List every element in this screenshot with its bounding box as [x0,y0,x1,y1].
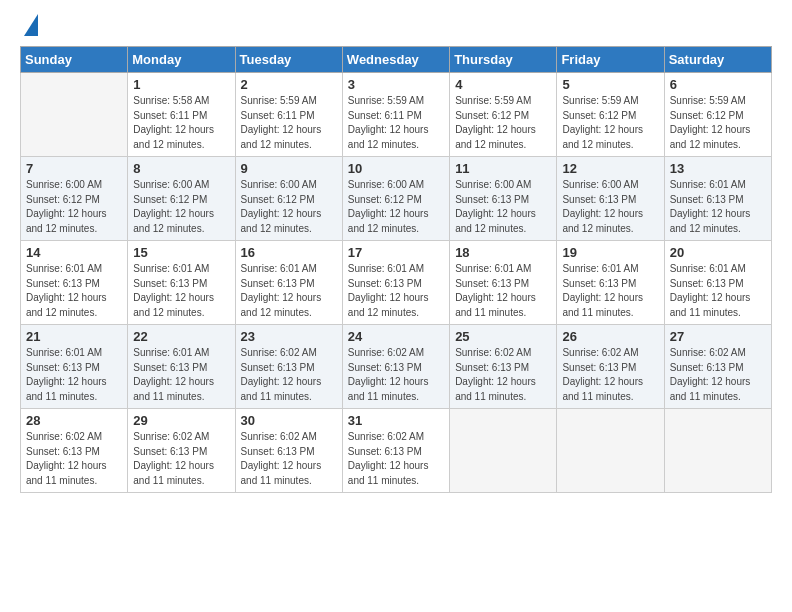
day-number: 12 [562,161,658,176]
calendar-day-header: Sunday [21,47,128,73]
calendar-day-cell [450,409,557,493]
day-number: 5 [562,77,658,92]
calendar-week-row: 1Sunrise: 5:58 AMSunset: 6:11 PMDaylight… [21,73,772,157]
calendar-week-row: 14Sunrise: 6:01 AMSunset: 6:13 PMDayligh… [21,241,772,325]
day-number: 14 [26,245,122,260]
day-number: 19 [562,245,658,260]
day-info: Sunrise: 6:02 AMSunset: 6:13 PMDaylight:… [133,430,229,488]
day-info: Sunrise: 6:01 AMSunset: 6:13 PMDaylight:… [26,346,122,404]
header [20,16,772,36]
calendar-day-cell: 9Sunrise: 6:00 AMSunset: 6:12 PMDaylight… [235,157,342,241]
day-number: 22 [133,329,229,344]
calendar-day-cell: 27Sunrise: 6:02 AMSunset: 6:13 PMDayligh… [664,325,771,409]
calendar-day-cell: 8Sunrise: 6:00 AMSunset: 6:12 PMDaylight… [128,157,235,241]
calendar-day-header: Monday [128,47,235,73]
calendar-day-cell: 23Sunrise: 6:02 AMSunset: 6:13 PMDayligh… [235,325,342,409]
calendar-day-cell [557,409,664,493]
day-number: 21 [26,329,122,344]
calendar-day-cell: 17Sunrise: 6:01 AMSunset: 6:13 PMDayligh… [342,241,449,325]
calendar-day-header: Friday [557,47,664,73]
calendar-day-header: Thursday [450,47,557,73]
day-number: 25 [455,329,551,344]
day-info: Sunrise: 6:02 AMSunset: 6:13 PMDaylight:… [562,346,658,404]
day-number: 4 [455,77,551,92]
calendar-day-cell: 24Sunrise: 6:02 AMSunset: 6:13 PMDayligh… [342,325,449,409]
calendar-day-cell: 3Sunrise: 5:59 AMSunset: 6:11 PMDaylight… [342,73,449,157]
day-info: Sunrise: 6:02 AMSunset: 6:13 PMDaylight:… [348,430,444,488]
calendar-day-cell: 16Sunrise: 6:01 AMSunset: 6:13 PMDayligh… [235,241,342,325]
calendar-day-cell: 26Sunrise: 6:02 AMSunset: 6:13 PMDayligh… [557,325,664,409]
day-number: 23 [241,329,337,344]
day-info: Sunrise: 6:01 AMSunset: 6:13 PMDaylight:… [348,262,444,320]
day-info: Sunrise: 6:01 AMSunset: 6:13 PMDaylight:… [670,178,766,236]
day-info: Sunrise: 5:59 AMSunset: 6:12 PMDaylight:… [670,94,766,152]
day-info: Sunrise: 6:02 AMSunset: 6:13 PMDaylight:… [455,346,551,404]
page: SundayMondayTuesdayWednesdayThursdayFrid… [0,0,792,612]
calendar-header-row: SundayMondayTuesdayWednesdayThursdayFrid… [21,47,772,73]
day-info: Sunrise: 6:00 AMSunset: 6:12 PMDaylight:… [348,178,444,236]
calendar-day-cell: 25Sunrise: 6:02 AMSunset: 6:13 PMDayligh… [450,325,557,409]
day-number: 3 [348,77,444,92]
day-info: Sunrise: 6:00 AMSunset: 6:12 PMDaylight:… [133,178,229,236]
day-info: Sunrise: 6:00 AMSunset: 6:12 PMDaylight:… [26,178,122,236]
day-number: 15 [133,245,229,260]
day-number: 17 [348,245,444,260]
calendar-day-cell: 4Sunrise: 5:59 AMSunset: 6:12 PMDaylight… [450,73,557,157]
calendar-day-cell: 21Sunrise: 6:01 AMSunset: 6:13 PMDayligh… [21,325,128,409]
day-number: 2 [241,77,337,92]
day-info: Sunrise: 6:01 AMSunset: 6:13 PMDaylight:… [562,262,658,320]
day-info: Sunrise: 6:01 AMSunset: 6:13 PMDaylight:… [26,262,122,320]
day-number: 26 [562,329,658,344]
day-number: 9 [241,161,337,176]
day-number: 31 [348,413,444,428]
calendar-day-cell: 7Sunrise: 6:00 AMSunset: 6:12 PMDaylight… [21,157,128,241]
calendar-day-cell [664,409,771,493]
calendar-day-header: Saturday [664,47,771,73]
day-info: Sunrise: 5:59 AMSunset: 6:11 PMDaylight:… [241,94,337,152]
day-info: Sunrise: 6:01 AMSunset: 6:13 PMDaylight:… [241,262,337,320]
day-number: 16 [241,245,337,260]
day-info: Sunrise: 6:01 AMSunset: 6:13 PMDaylight:… [133,346,229,404]
day-info: Sunrise: 5:59 AMSunset: 6:11 PMDaylight:… [348,94,444,152]
logo [20,16,38,36]
day-number: 30 [241,413,337,428]
day-info: Sunrise: 6:02 AMSunset: 6:13 PMDaylight:… [26,430,122,488]
day-info: Sunrise: 6:01 AMSunset: 6:13 PMDaylight:… [670,262,766,320]
calendar-day-cell [21,73,128,157]
calendar-day-cell: 6Sunrise: 5:59 AMSunset: 6:12 PMDaylight… [664,73,771,157]
day-number: 1 [133,77,229,92]
calendar-day-cell: 31Sunrise: 6:02 AMSunset: 6:13 PMDayligh… [342,409,449,493]
day-number: 28 [26,413,122,428]
day-info: Sunrise: 6:00 AMSunset: 6:12 PMDaylight:… [241,178,337,236]
calendar-week-row: 21Sunrise: 6:01 AMSunset: 6:13 PMDayligh… [21,325,772,409]
calendar-day-cell: 20Sunrise: 6:01 AMSunset: 6:13 PMDayligh… [664,241,771,325]
day-info: Sunrise: 6:02 AMSunset: 6:13 PMDaylight:… [241,346,337,404]
day-number: 11 [455,161,551,176]
calendar-day-cell: 1Sunrise: 5:58 AMSunset: 6:11 PMDaylight… [128,73,235,157]
calendar-day-header: Tuesday [235,47,342,73]
calendar-table: SundayMondayTuesdayWednesdayThursdayFrid… [20,46,772,493]
day-number: 6 [670,77,766,92]
calendar-day-cell: 2Sunrise: 5:59 AMSunset: 6:11 PMDaylight… [235,73,342,157]
day-info: Sunrise: 5:58 AMSunset: 6:11 PMDaylight:… [133,94,229,152]
day-info: Sunrise: 6:00 AMSunset: 6:13 PMDaylight:… [562,178,658,236]
calendar-day-cell: 30Sunrise: 6:02 AMSunset: 6:13 PMDayligh… [235,409,342,493]
day-info: Sunrise: 6:02 AMSunset: 6:13 PMDaylight:… [348,346,444,404]
day-info: Sunrise: 6:00 AMSunset: 6:13 PMDaylight:… [455,178,551,236]
logo-triangle-icon [24,14,38,36]
day-info: Sunrise: 5:59 AMSunset: 6:12 PMDaylight:… [455,94,551,152]
calendar-day-cell: 12Sunrise: 6:00 AMSunset: 6:13 PMDayligh… [557,157,664,241]
day-info: Sunrise: 6:02 AMSunset: 6:13 PMDaylight:… [670,346,766,404]
day-number: 24 [348,329,444,344]
calendar-day-cell: 19Sunrise: 6:01 AMSunset: 6:13 PMDayligh… [557,241,664,325]
day-number: 18 [455,245,551,260]
day-number: 27 [670,329,766,344]
calendar-week-row: 28Sunrise: 6:02 AMSunset: 6:13 PMDayligh… [21,409,772,493]
day-info: Sunrise: 5:59 AMSunset: 6:12 PMDaylight:… [562,94,658,152]
day-info: Sunrise: 6:01 AMSunset: 6:13 PMDaylight:… [133,262,229,320]
calendar-day-cell: 22Sunrise: 6:01 AMSunset: 6:13 PMDayligh… [128,325,235,409]
day-number: 10 [348,161,444,176]
calendar-day-cell: 11Sunrise: 6:00 AMSunset: 6:13 PMDayligh… [450,157,557,241]
calendar-day-cell: 28Sunrise: 6:02 AMSunset: 6:13 PMDayligh… [21,409,128,493]
calendar-day-cell: 14Sunrise: 6:01 AMSunset: 6:13 PMDayligh… [21,241,128,325]
